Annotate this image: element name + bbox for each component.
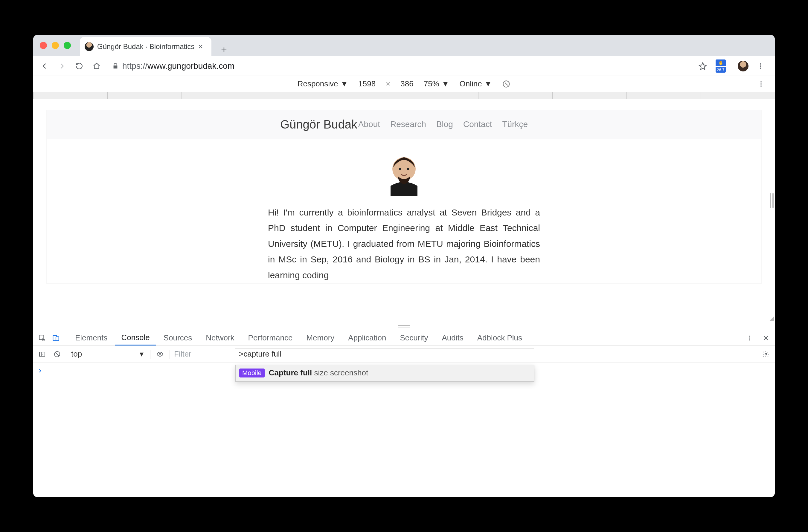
zoom-label: 75% <box>424 79 439 89</box>
console-filter-input[interactable] <box>174 349 231 360</box>
network-label: Online <box>459 79 482 89</box>
svg-point-0 <box>760 63 761 64</box>
caret-down-icon: ▼ <box>341 79 348 89</box>
console-sidebar-toggle-icon[interactable] <box>37 349 48 360</box>
caret-down-icon: ▼ <box>442 79 449 89</box>
nav-link-turkce[interactable]: Türkçe <box>502 119 528 129</box>
nav-link-about[interactable]: About <box>358 119 380 129</box>
hero-avatar-icon <box>382 151 426 196</box>
browser-window: Güngör Budak · Bioinformatics × + https:… <box>33 35 775 497</box>
tab-application[interactable]: Application <box>342 330 392 345</box>
context-label: top <box>71 349 82 359</box>
clear-console-icon[interactable] <box>52 349 62 360</box>
suggestion-category-badge: Mobile <box>239 368 265 378</box>
tab-elements[interactable]: Elements <box>69 330 113 345</box>
nav-link-blog[interactable]: Blog <box>436 119 453 129</box>
tab-console[interactable]: Console <box>115 330 155 345</box>
back-button[interactable] <box>38 59 51 73</box>
responsive-mode-select[interactable]: Responsive ▼ <box>297 79 348 89</box>
tab-memory[interactable]: Memory <box>300 330 340 345</box>
nav-link-research[interactable]: Research <box>390 119 426 129</box>
adblock-extension-icon[interactable]: 26.7 <box>715 60 727 72</box>
suggestion-tail: size screenshot <box>312 368 368 377</box>
rendered-page: Güngör Budak About Research Blog Contact… <box>47 110 761 283</box>
responsive-mode-label: Responsive <box>297 79 338 89</box>
console-toolbar: top ▾ >capture full Mobile Capture full … <box>33 346 775 363</box>
svg-point-4 <box>760 81 761 82</box>
site-header: Güngör Budak About Research Blog Contact… <box>47 110 761 139</box>
home-button[interactable] <box>90 59 103 73</box>
console-settings-icon[interactable] <box>760 349 771 360</box>
browser-menu-button[interactable] <box>754 59 767 73</box>
device-toolbar-menu[interactable] <box>754 77 768 91</box>
command-suggestions-dropdown: Mobile Capture full size screenshot <box>235 365 534 382</box>
svg-point-15 <box>749 338 750 339</box>
caret-down-icon: ▼ <box>484 79 492 89</box>
device-toolbar: Responsive ▼ 1598 × 386 75% ▼ Online ▼ <box>33 76 775 92</box>
forward-button[interactable] <box>55 59 69 73</box>
emulated-viewport: Güngör Budak About Research Blog Contact… <box>33 99 775 323</box>
svg-point-16 <box>749 339 750 340</box>
nav-link-contact[interactable]: Contact <box>463 119 492 129</box>
tab-adblock[interactable]: Adblock Plus <box>471 330 528 345</box>
console-prompt-icon: › <box>39 365 41 375</box>
bookmark-star-icon[interactable] <box>696 59 709 73</box>
url-host: www.gungorbudak.com <box>147 61 235 71</box>
command-input-text: >capture full <box>239 349 281 359</box>
browser-toolbar: https://www.gungorbudak.com 26.7 <box>33 56 775 76</box>
toggle-device-icon[interactable] <box>51 332 61 343</box>
tab-strip: Güngör Budak · Bioinformatics × + <box>33 35 775 56</box>
tab-title: Güngör Budak · Bioinformatics <box>97 42 195 51</box>
svg-point-5 <box>760 83 761 84</box>
browser-tab[interactable]: Güngör Budak · Bioinformatics × <box>80 37 212 56</box>
tab-performance[interactable]: Performance <box>242 330 299 345</box>
maximize-window-button[interactable] <box>64 42 71 49</box>
tab-audits[interactable]: Audits <box>436 330 469 345</box>
suggestion-match: Capture full <box>269 368 312 377</box>
viewport-height-input[interactable]: 386 <box>400 79 413 89</box>
devtools-drag-handle[interactable] <box>33 323 775 330</box>
svg-rect-13 <box>56 337 59 340</box>
separator <box>67 350 67 359</box>
svg-point-9 <box>399 168 401 170</box>
close-tab-button[interactable]: × <box>198 42 203 52</box>
separator <box>150 350 150 359</box>
close-devtools-button[interactable] <box>760 332 771 343</box>
command-suggestion-item[interactable]: Mobile Capture full size screenshot <box>236 365 534 381</box>
zoom-select[interactable]: 75% ▼ <box>424 79 449 89</box>
reload-button[interactable] <box>73 59 86 73</box>
tab-network[interactable]: Network <box>200 330 240 345</box>
toolbar-divider <box>732 61 732 71</box>
live-expression-icon[interactable] <box>154 349 165 360</box>
intro-paragraph: Hi! I'm currently a bioinformatics analy… <box>268 205 540 283</box>
ruler <box>33 92 775 99</box>
address-bar[interactable]: https://www.gungorbudak.com <box>107 59 692 73</box>
viewport-resize-handle[interactable] <box>770 193 775 208</box>
tab-security[interactable]: Security <box>394 330 434 345</box>
new-tab-button[interactable]: + <box>217 43 231 56</box>
svg-point-2 <box>760 68 761 69</box>
console-output[interactable]: › <box>33 363 775 497</box>
minimize-window-button[interactable] <box>52 42 59 49</box>
close-window-button[interactable] <box>40 42 47 49</box>
tab-sources[interactable]: Sources <box>158 330 198 345</box>
svg-point-8 <box>392 157 416 180</box>
caret-down-icon: ▾ <box>140 349 144 359</box>
toolbar-actions: 26.7 <box>696 59 770 73</box>
viewport-width-input[interactable]: 1598 <box>358 79 375 89</box>
command-menu-input[interactable]: >capture full Mobile Capture full size s… <box>235 348 534 360</box>
svg-point-6 <box>760 86 761 87</box>
hero-section: Hi! I'm currently a bioinformatics analy… <box>47 139 761 283</box>
network-throttle-select[interactable]: Online ▼ <box>459 79 492 89</box>
inspect-element-icon[interactable] <box>37 332 48 343</box>
devtools-panel: Elements Console Sources Network Perform… <box>33 330 775 497</box>
adblock-count-badge: 26.7 <box>716 67 726 73</box>
dimension-x-label: × <box>386 79 390 89</box>
rotate-icon[interactable] <box>502 80 511 88</box>
site-nav: About Research Blog Contact Türkçe <box>358 119 528 129</box>
devtools-menu-icon[interactable] <box>744 332 755 343</box>
profile-avatar[interactable] <box>738 61 749 72</box>
svg-point-19 <box>159 353 161 355</box>
execution-context-select[interactable]: top ▾ <box>71 349 146 360</box>
corner-resize-icon[interactable]: ◢ <box>769 315 774 322</box>
